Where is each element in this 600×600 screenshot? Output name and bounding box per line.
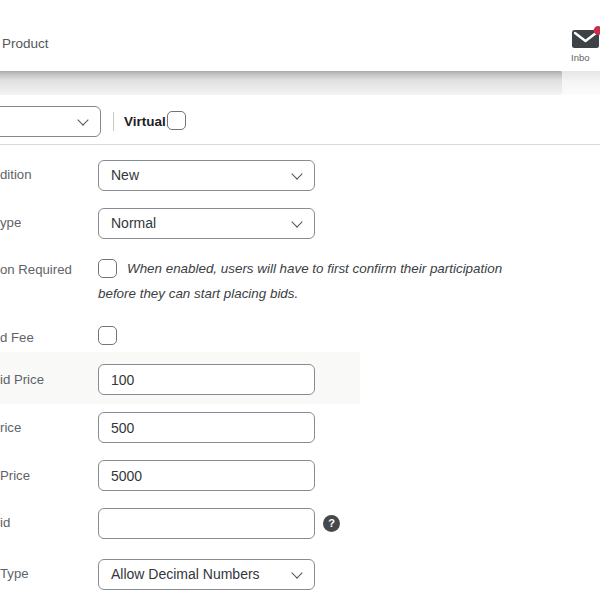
buy-price-label: Price	[0, 468, 30, 483]
virtual-label: Virtual:	[124, 114, 170, 129]
inbox-label: Inbo	[571, 52, 600, 63]
chevron-down-icon	[291, 567, 302, 578]
section-divider	[0, 144, 600, 145]
help-icon[interactable]: ?	[323, 515, 340, 532]
virtual-checkbox[interactable]	[167, 111, 186, 130]
product-form-page: Product Inbo Virtual: dition New ype Nor…	[0, 0, 600, 600]
type-label: ype	[0, 215, 21, 230]
starting-bid-price-input[interactable]	[98, 364, 315, 395]
bid-type-select[interactable]: Allow Decimal Numbers	[98, 559, 315, 590]
participation-help-text-block: When enabled, users will have to first c…	[98, 256, 526, 306]
type-select[interactable]: Normal	[98, 208, 315, 239]
horizontal-scrollbar-thumb[interactable]	[0, 71, 562, 95]
inbox-button[interactable]: Inbo	[571, 26, 600, 63]
participation-checkbox[interactable]	[98, 259, 117, 278]
header-select[interactable]	[0, 106, 101, 137]
bid-input[interactable]	[98, 508, 315, 539]
condition-label: dition	[0, 167, 32, 182]
fee-label: d Fee	[0, 330, 34, 345]
condition-select-value: New	[111, 167, 139, 183]
reserve-price-input[interactable]	[98, 412, 315, 443]
participation-label: on Required	[0, 262, 72, 277]
starting-bid-price-label: id Price	[0, 372, 44, 387]
condition-select[interactable]: New	[98, 160, 315, 191]
bid-type-select-value: Allow Decimal Numbers	[111, 566, 260, 582]
type-select-value: Normal	[111, 215, 156, 231]
page-title: Product	[2, 36, 49, 51]
reserve-price-label: rice	[0, 420, 21, 435]
chevron-down-icon	[77, 114, 88, 125]
vertical-separator	[113, 112, 114, 131]
fee-checkbox[interactable]	[98, 326, 117, 345]
buy-price-input[interactable]	[98, 460, 315, 491]
chevron-down-icon	[291, 216, 302, 227]
bid-type-label: Type	[0, 566, 29, 581]
bid-label: id	[0, 515, 10, 530]
horizontal-scrollbar[interactable]	[0, 71, 600, 95]
chevron-down-icon	[291, 168, 302, 179]
participation-help-text: When enabled, users will have to first c…	[98, 261, 502, 301]
mail-icon	[571, 26, 600, 50]
